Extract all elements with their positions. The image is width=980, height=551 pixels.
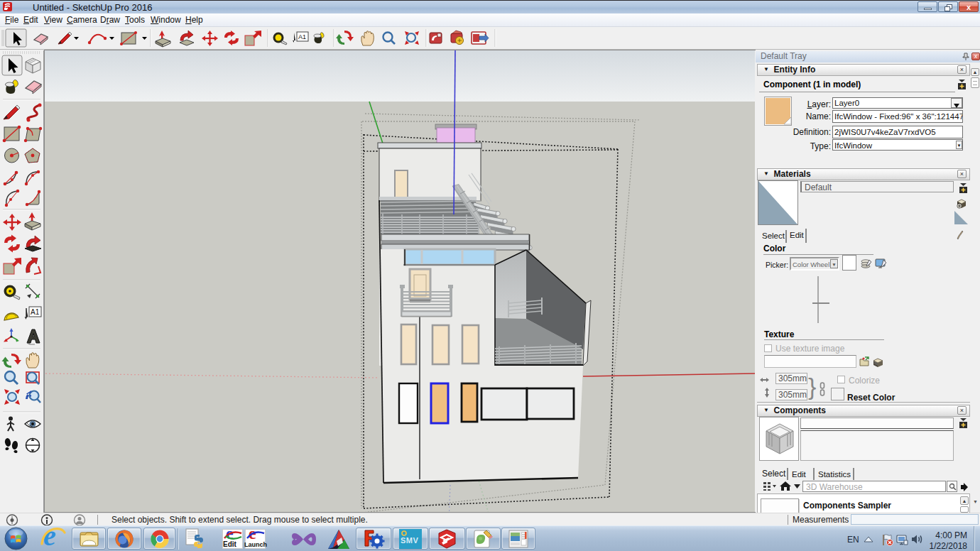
svg-text:A1: A1 [298,33,306,40]
svg-text:A1: A1 [31,308,40,316]
